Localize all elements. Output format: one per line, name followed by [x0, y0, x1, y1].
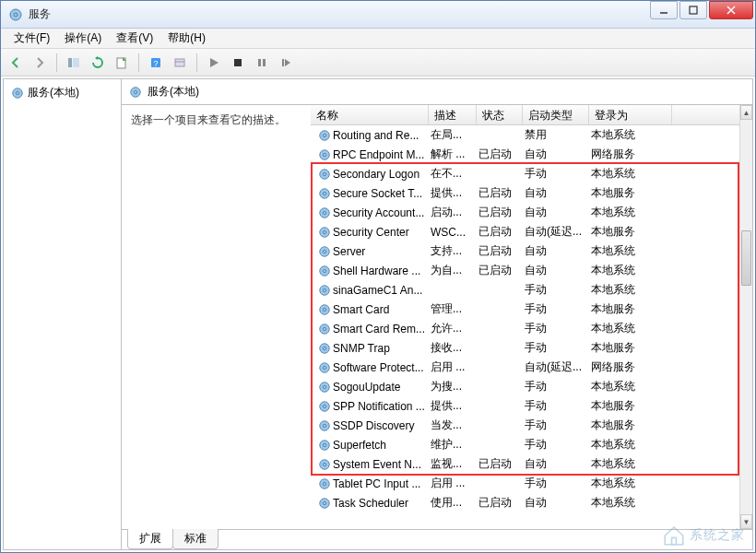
service-start: 手动 — [521, 340, 587, 356]
service-logon: 本地系统 — [587, 476, 670, 491]
svg-point-30 — [323, 211, 326, 215]
maximize-button[interactable] — [679, 1, 707, 19]
tree-node-label: 服务(本地) — [28, 85, 79, 100]
service-name: Superfetch — [333, 439, 386, 452]
vertical-scrollbar[interactable]: ▲ ▼ — [739, 105, 752, 529]
menu-action[interactable]: 操作(A) — [57, 29, 109, 48]
service-row[interactable]: Security Account...启动...已启动自动本地系统 — [311, 203, 739, 222]
tree-node-services-local[interactable]: 服务(本地) — [4, 79, 121, 106]
service-row[interactable]: Security CenterWSC...已启动自动(延迟...本地服务 — [311, 222, 739, 241]
services-window: 服务 文件(F) 操作(A) 查看(V) 帮助(H) ? — [0, 0, 756, 553]
details-header-title: 服务(本地) — [148, 84, 199, 100]
service-logon: 本地系统 — [587, 379, 670, 394]
gear-icon — [318, 206, 331, 219]
tab-extended[interactable]: 扩展 — [127, 529, 173, 549]
menu-view[interactable]: 查看(V) — [109, 29, 160, 48]
service-start: 自动 — [521, 205, 587, 220]
toolbar-sep — [56, 53, 57, 72]
forward-button[interactable] — [29, 52, 51, 74]
service-desc: 为自... — [427, 263, 475, 278]
service-row[interactable]: SogouUpdate为搜...手动本地系统 — [311, 377, 739, 396]
svg-point-48 — [323, 385, 326, 389]
service-status: 已启动 — [475, 263, 521, 278]
start-service-button[interactable] — [203, 52, 225, 74]
gear-icon — [318, 148, 331, 161]
service-row[interactable]: Superfetch维护...手动本地系统 — [311, 435, 739, 454]
scroll-thumb[interactable] — [741, 230, 751, 286]
minimize-button[interactable] — [650, 1, 678, 19]
service-name: Task Scheduler — [333, 497, 408, 510]
service-logon: 本地服务 — [587, 185, 670, 201]
gear-icon — [318, 400, 331, 413]
tab-standard[interactable]: 标准 — [172, 529, 219, 549]
svg-point-36 — [323, 269, 326, 273]
col-header-name[interactable]: 名称 — [311, 105, 429, 124]
svg-point-42 — [323, 327, 326, 331]
gear-icon — [318, 129, 331, 142]
service-row[interactable]: System Event N...监视...已启动自动本地系统 — [311, 454, 739, 474]
service-name: SNMP Trap — [333, 342, 390, 355]
service-start: 手动 — [521, 398, 587, 414]
svg-point-38 — [323, 288, 326, 292]
titlebar: 服务 — [1, 1, 755, 29]
pause-service-button[interactable] — [251, 52, 273, 74]
stop-service-button[interactable] — [227, 52, 249, 74]
service-name: Tablet PC Input ... — [333, 477, 420, 490]
service-desc: 当发... — [427, 418, 475, 433]
menu-help[interactable]: 帮助(H) — [160, 29, 213, 48]
scroll-up-button[interactable]: ▲ — [740, 105, 752, 120]
gear-icon — [318, 323, 331, 335]
service-start: 手动 — [521, 418, 587, 433]
scroll-down-button[interactable]: ▼ — [740, 514, 752, 529]
service-row[interactable]: Secure Socket T...提供...已启动自动本地服务 — [311, 183, 739, 203]
help-button[interactable]: ? — [145, 52, 167, 74]
service-row[interactable]: Smart Card管理...手动本地服务 — [311, 300, 739, 319]
service-name: Server — [333, 245, 365, 258]
gear-icon — [318, 497, 331, 510]
col-header-status[interactable]: 状态 — [477, 105, 523, 124]
service-start: 手动 — [521, 166, 587, 182]
svg-rect-15 — [263, 59, 266, 66]
service-row[interactable]: Software Protect...启用 ...自动(延迟...网络服务 — [311, 358, 739, 377]
gear-icon — [318, 265, 331, 277]
service-row[interactable]: SNMP Trap接收...手动本地服务 — [311, 338, 739, 358]
service-desc: 支持... — [427, 243, 475, 259]
service-row[interactable]: Task Scheduler使用...已启动自动本地系统 — [311, 493, 739, 512]
refresh-button[interactable] — [87, 52, 109, 74]
col-header-desc[interactable]: 描述 — [429, 105, 477, 124]
col-header-start[interactable]: 启动类型 — [523, 105, 589, 124]
service-row[interactable]: Secondary Logon在不...手动本地系统 — [311, 164, 739, 183]
list-body[interactable]: Routing and Re...在局...禁用本地系统RPC Endpoint… — [311, 125, 739, 529]
back-button[interactable] — [5, 52, 27, 74]
service-row[interactable]: Tablet PC Input ...启用 ...手动本地系统 — [311, 474, 739, 493]
menu-file[interactable]: 文件(F) — [6, 29, 57, 48]
list-header: 名称 描述 状态 启动类型 登录为 — [311, 105, 752, 125]
menubar: 文件(F) 操作(A) 查看(V) 帮助(H) — [1, 29, 755, 49]
service-desc: 提供... — [427, 398, 475, 414]
service-logon: 本地系统 — [587, 437, 670, 453]
service-logon: 本地系统 — [587, 205, 670, 220]
service-name: Security Center — [333, 226, 409, 239]
close-button[interactable] — [709, 1, 753, 19]
gear-icon — [318, 342, 331, 355]
svg-rect-11 — [175, 59, 184, 66]
service-row[interactable]: Shell Hardware ...为自...已启动自动本地系统 — [311, 261, 739, 280]
properties-button[interactable] — [169, 52, 191, 74]
service-desc: 维护... — [427, 437, 475, 453]
col-header-logon[interactable]: 登录为 — [589, 105, 672, 124]
export-button[interactable] — [111, 52, 133, 74]
service-desc: 启用 ... — [427, 476, 475, 491]
service-row[interactable]: RPC Endpoint M...解析 ...已启动自动网络服务 — [311, 145, 739, 164]
service-row[interactable]: sinaGameC1 An...手动本地系统 — [311, 280, 739, 300]
scroll-track[interactable] — [740, 120, 752, 514]
service-status: 已启动 — [475, 243, 521, 259]
show-hide-tree-button[interactable] — [63, 52, 85, 74]
restart-service-button[interactable] — [275, 52, 297, 74]
service-desc: 监视... — [427, 456, 475, 472]
service-row[interactable]: Smart Card Rem...允许...手动本地系统 — [311, 319, 739, 338]
service-row[interactable]: Routing and Re...在局...禁用本地系统 — [311, 125, 739, 145]
service-row[interactable]: Server支持...已启动自动本地系统 — [311, 241, 739, 261]
gear-icon — [318, 226, 331, 239]
service-row[interactable]: SSDP Discovery当发...手动本地服务 — [311, 416, 739, 435]
service-row[interactable]: SPP Notification ...提供...手动本地服务 — [311, 396, 739, 416]
